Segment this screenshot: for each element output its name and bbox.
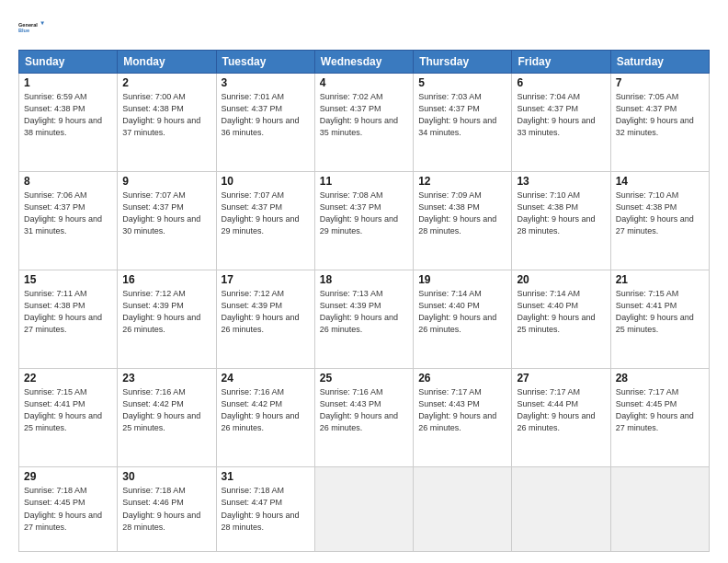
day-info: Sunrise: 7:12 AMSunset: 4:39 PMDaylight:… xyxy=(222,289,300,334)
svg-marker-2 xyxy=(40,21,44,25)
day-cell-28: 28 Sunrise: 7:17 AMSunset: 4:45 PMDaylig… xyxy=(610,369,709,467)
week-row-5: 29 Sunrise: 7:18 AMSunset: 4:45 PMDaylig… xyxy=(19,467,710,552)
day-cell-13: 13 Sunrise: 7:10 AMSunset: 4:38 PMDaylig… xyxy=(512,172,610,270)
day-cell-2: 2 Sunrise: 7:00 AMSunset: 4:38 PMDayligh… xyxy=(118,74,216,172)
weekday-header-monday: Monday xyxy=(118,51,216,74)
day-info: Sunrise: 7:10 AMSunset: 4:38 PMDaylight:… xyxy=(517,190,595,236)
day-info: Sunrise: 7:06 AMSunset: 4:37 PMDaylight:… xyxy=(24,190,102,236)
day-number: 31 xyxy=(222,470,310,483)
day-number: 6 xyxy=(517,76,605,89)
day-info: Sunrise: 7:16 AMSunset: 4:42 PMDaylight:… xyxy=(222,387,300,432)
day-info: Sunrise: 7:09 AMSunset: 4:38 PMDaylight:… xyxy=(418,190,496,236)
calendar-page: General Blue SundayMondayTuesdayWednesda… xyxy=(0,0,728,563)
day-number: 27 xyxy=(517,372,605,385)
day-info: Sunrise: 7:02 AMSunset: 4:37 PMDaylight:… xyxy=(320,92,398,137)
day-info: Sunrise: 7:10 AMSunset: 4:38 PMDaylight:… xyxy=(616,190,694,236)
day-number: 20 xyxy=(517,273,605,286)
day-info: Sunrise: 7:17 AMSunset: 4:44 PMDaylight:… xyxy=(517,387,595,432)
day-info: Sunrise: 6:59 AMSunset: 4:38 PMDaylight:… xyxy=(24,92,102,137)
week-row-1: 1 Sunrise: 6:59 AMSunset: 4:38 PMDayligh… xyxy=(19,74,710,172)
day-cell-23: 23 Sunrise: 7:16 AMSunset: 4:42 PMDaylig… xyxy=(118,369,216,467)
day-cell-31: 31 Sunrise: 7:18 AMSunset: 4:47 PMDaylig… xyxy=(216,467,314,552)
day-cell-10: 10 Sunrise: 7:07 AMSunset: 4:37 PMDaylig… xyxy=(216,172,314,270)
day-number: 25 xyxy=(320,372,408,385)
empty-cell xyxy=(414,467,512,552)
day-cell-22: 22 Sunrise: 7:15 AMSunset: 4:41 PMDaylig… xyxy=(19,369,118,467)
day-info: Sunrise: 7:15 AMSunset: 4:41 PMDaylight:… xyxy=(24,387,102,432)
day-info: Sunrise: 7:05 AMSunset: 4:37 PMDaylight:… xyxy=(616,92,694,137)
day-number: 2 xyxy=(122,76,210,89)
day-info: Sunrise: 7:07 AMSunset: 4:37 PMDaylight:… xyxy=(122,190,200,236)
day-info: Sunrise: 7:00 AMSunset: 4:38 PMDaylight:… xyxy=(122,92,200,137)
day-info: Sunrise: 7:04 AMSunset: 4:37 PMDaylight:… xyxy=(517,92,595,137)
day-cell-18: 18 Sunrise: 7:13 AMSunset: 4:39 PMDaylig… xyxy=(314,270,413,369)
day-number: 7 xyxy=(616,76,704,89)
day-number: 8 xyxy=(24,175,112,188)
day-number: 30 xyxy=(122,470,210,483)
weekday-header-saturday: Saturday xyxy=(610,51,709,74)
day-number: 28 xyxy=(616,372,704,385)
day-info: Sunrise: 7:18 AMSunset: 4:46 PMDaylight:… xyxy=(122,486,200,531)
day-number: 21 xyxy=(616,273,704,286)
weekday-header-row: SundayMondayTuesdayWednesdayThursdayFrid… xyxy=(19,51,710,74)
day-info: Sunrise: 7:03 AMSunset: 4:37 PMDaylight:… xyxy=(418,92,496,137)
day-cell-16: 16 Sunrise: 7:12 AMSunset: 4:39 PMDaylig… xyxy=(118,270,216,369)
day-info: Sunrise: 7:14 AMSunset: 4:40 PMDaylight:… xyxy=(418,289,496,334)
weekday-header-tuesday: Tuesday xyxy=(216,51,314,74)
day-info: Sunrise: 7:12 AMSunset: 4:39 PMDaylight:… xyxy=(122,289,200,334)
day-number: 1 xyxy=(24,76,112,89)
day-info: Sunrise: 7:01 AMSunset: 4:37 PMDaylight:… xyxy=(222,92,300,137)
logo: General Blue xyxy=(18,15,48,40)
day-cell-6: 6 Sunrise: 7:04 AMSunset: 4:37 PMDayligh… xyxy=(512,74,610,172)
day-cell-11: 11 Sunrise: 7:08 AMSunset: 4:37 PMDaylig… xyxy=(314,172,413,270)
day-info: Sunrise: 7:17 AMSunset: 4:45 PMDaylight:… xyxy=(616,387,694,432)
day-info: Sunrise: 7:16 AMSunset: 4:43 PMDaylight:… xyxy=(320,387,398,432)
day-cell-9: 9 Sunrise: 7:07 AMSunset: 4:37 PMDayligh… xyxy=(118,172,216,270)
day-cell-12: 12 Sunrise: 7:09 AMSunset: 4:38 PMDaylig… xyxy=(414,172,512,270)
day-cell-1: 1 Sunrise: 6:59 AMSunset: 4:38 PMDayligh… xyxy=(19,74,118,172)
day-cell-8: 8 Sunrise: 7:06 AMSunset: 4:37 PMDayligh… xyxy=(19,172,118,270)
day-number: 19 xyxy=(418,273,506,286)
day-number: 9 xyxy=(122,175,210,188)
day-cell-5: 5 Sunrise: 7:03 AMSunset: 4:37 PMDayligh… xyxy=(414,74,512,172)
day-cell-27: 27 Sunrise: 7:17 AMSunset: 4:44 PMDaylig… xyxy=(512,369,610,467)
day-info: Sunrise: 7:18 AMSunset: 4:45 PMDaylight:… xyxy=(24,486,102,531)
day-number: 15 xyxy=(24,273,112,286)
week-row-4: 22 Sunrise: 7:15 AMSunset: 4:41 PMDaylig… xyxy=(19,369,710,467)
day-cell-17: 17 Sunrise: 7:12 AMSunset: 4:39 PMDaylig… xyxy=(216,270,314,369)
day-cell-29: 29 Sunrise: 7:18 AMSunset: 4:45 PMDaylig… xyxy=(19,467,118,552)
weekday-header-wednesday: Wednesday xyxy=(314,51,413,74)
day-cell-14: 14 Sunrise: 7:10 AMSunset: 4:38 PMDaylig… xyxy=(610,172,709,270)
day-number: 24 xyxy=(222,372,310,385)
day-info: Sunrise: 7:17 AMSunset: 4:43 PMDaylight:… xyxy=(418,387,496,432)
day-number: 3 xyxy=(222,76,310,89)
day-cell-7: 7 Sunrise: 7:05 AMSunset: 4:37 PMDayligh… xyxy=(610,74,709,172)
empty-cell xyxy=(610,467,709,552)
weekday-header-friday: Friday xyxy=(512,51,610,74)
day-cell-15: 15 Sunrise: 7:11 AMSunset: 4:38 PMDaylig… xyxy=(19,270,118,369)
weekday-header-thursday: Thursday xyxy=(414,51,512,74)
empty-cell xyxy=(512,467,610,552)
day-cell-25: 25 Sunrise: 7:16 AMSunset: 4:43 PMDaylig… xyxy=(314,369,413,467)
day-cell-4: 4 Sunrise: 7:02 AMSunset: 4:37 PMDayligh… xyxy=(314,74,413,172)
day-number: 29 xyxy=(24,470,112,483)
day-number: 18 xyxy=(320,273,408,286)
day-info: Sunrise: 7:14 AMSunset: 4:40 PMDaylight:… xyxy=(517,289,595,334)
day-cell-26: 26 Sunrise: 7:17 AMSunset: 4:43 PMDaylig… xyxy=(414,369,512,467)
week-row-3: 15 Sunrise: 7:11 AMSunset: 4:38 PMDaylig… xyxy=(19,270,710,369)
day-cell-21: 21 Sunrise: 7:15 AMSunset: 4:41 PMDaylig… xyxy=(610,270,709,369)
day-number: 22 xyxy=(24,372,112,385)
day-info: Sunrise: 7:08 AMSunset: 4:37 PMDaylight:… xyxy=(320,190,398,236)
header: General Blue xyxy=(18,15,710,40)
day-cell-19: 19 Sunrise: 7:14 AMSunset: 4:40 PMDaylig… xyxy=(414,270,512,369)
day-number: 17 xyxy=(222,273,310,286)
empty-cell xyxy=(314,467,413,552)
day-number: 13 xyxy=(517,175,605,188)
day-number: 23 xyxy=(122,372,210,385)
svg-text:Blue: Blue xyxy=(18,28,29,33)
day-cell-20: 20 Sunrise: 7:14 AMSunset: 4:40 PMDaylig… xyxy=(512,270,610,369)
day-number: 11 xyxy=(320,175,408,188)
day-number: 16 xyxy=(122,273,210,286)
day-number: 10 xyxy=(222,175,310,188)
day-number: 12 xyxy=(418,175,506,188)
